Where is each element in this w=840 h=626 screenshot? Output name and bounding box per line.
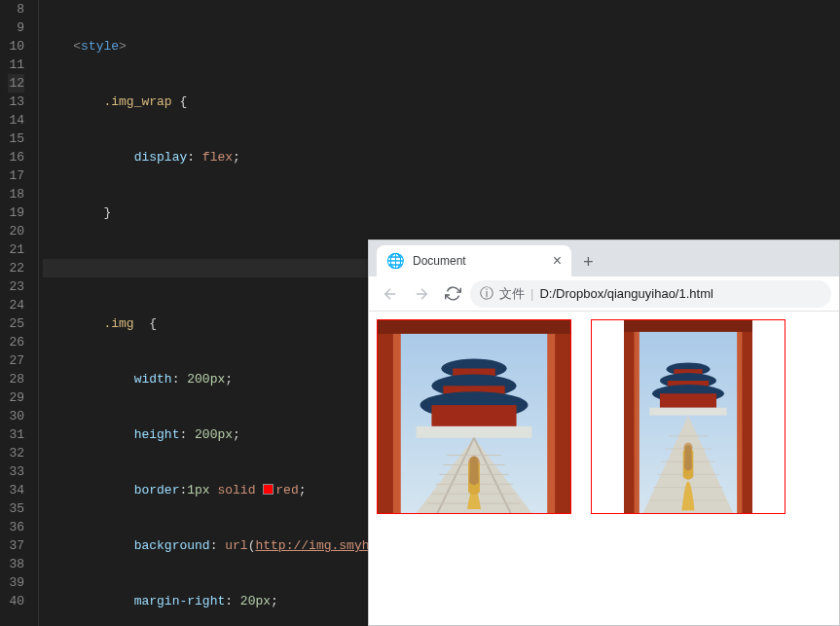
line-number: 8 [8, 0, 24, 18]
browser-viewport [369, 312, 839, 625]
line-number: 15 [8, 129, 24, 148]
line-number: 17 [8, 166, 24, 185]
address-bar: ⓘ 文件 | D:/Dropbox/qianguyihao/1.html [369, 276, 839, 312]
omnibox[interactable]: ⓘ 文件 | D:/Dropbox/qianguyihao/1.html [470, 280, 831, 308]
code-line[interactable]: <style> [43, 37, 840, 55]
line-number: 14 [8, 111, 24, 129]
globe-icon: 🌐 [386, 252, 405, 270]
line-number: 29 [8, 388, 24, 407]
svg-rect-26 [635, 320, 639, 513]
forward-button[interactable] [408, 280, 435, 308]
line-number: 21 [8, 240, 24, 259]
svg-rect-34 [660, 393, 716, 408]
line-number: 23 [8, 277, 24, 296]
line-number: 13 [8, 92, 24, 111]
svg-rect-27 [737, 320, 742, 513]
tab-strip: 🌐 Document × + [369, 240, 839, 276]
line-number: 40 [8, 592, 24, 610]
line-number: 39 [8, 573, 24, 592]
close-icon[interactable]: × [553, 253, 562, 269]
tab-title: Document [413, 254, 466, 268]
line-number: 38 [8, 555, 24, 573]
svg-rect-5 [378, 320, 570, 334]
line-number: 25 [8, 314, 24, 333]
line-number: 32 [8, 444, 24, 462]
reload-button[interactable] [439, 280, 466, 308]
svg-rect-4 [547, 320, 555, 513]
svg-rect-12 [417, 426, 532, 438]
line-number: 28 [8, 370, 24, 388]
line-number: 34 [8, 481, 24, 499]
line-number: 37 [8, 536, 24, 555]
temple-image-contain [592, 320, 785, 513]
line-number: 18 [8, 185, 24, 203]
line-number: 27 [8, 351, 24, 370]
line-number: 20 [8, 222, 24, 240]
svg-rect-3 [393, 320, 401, 513]
svg-rect-35 [649, 408, 726, 416]
line-number: 30 [8, 407, 24, 425]
back-button[interactable] [377, 280, 404, 308]
arrow-left-icon [382, 285, 399, 303]
preview-div1-cover [377, 319, 571, 514]
temple-image-cover [378, 320, 570, 513]
info-icon: ⓘ [480, 285, 493, 303]
browser-window: 🌐 Document × + ⓘ 文件 | D:/Dropbox/qianguy… [368, 239, 840, 626]
line-number-gutter: 8 9 10 11 12 13 14 15 16 17 18 19 20 21 … [0, 0, 39, 626]
svg-rect-11 [431, 405, 516, 426]
line-number: 35 [8, 499, 24, 518]
line-number: 26 [8, 333, 24, 351]
browser-tab[interactable]: 🌐 Document × [377, 245, 571, 276]
line-number: 31 [8, 425, 24, 444]
line-number: 33 [8, 462, 24, 481]
color-swatch-icon [263, 484, 274, 495]
line-number: 36 [8, 518, 24, 536]
code-line[interactable]: display: flex; [43, 148, 840, 166]
code-line[interactable]: .img_wrap { [43, 92, 840, 111]
line-number: 9 [8, 18, 24, 37]
reload-icon [445, 285, 461, 302]
line-number: 22 [8, 259, 24, 277]
line-number: 11 [8, 55, 24, 74]
code-line[interactable]: } [43, 203, 840, 222]
new-tab-button[interactable]: + [571, 253, 605, 276]
line-number: 16 [8, 148, 24, 166]
arrow-right-icon [413, 285, 430, 303]
url-path: D:/Dropbox/qianguyihao/1.html [539, 286, 713, 301]
line-number: 24 [8, 296, 24, 314]
preview-div2-contain [591, 319, 785, 514]
line-number: 10 [8, 37, 24, 55]
svg-rect-28 [624, 320, 752, 332]
line-number: 12 [8, 74, 24, 92]
url-scheme: 文件 [499, 285, 525, 303]
line-number: 19 [8, 203, 24, 222]
